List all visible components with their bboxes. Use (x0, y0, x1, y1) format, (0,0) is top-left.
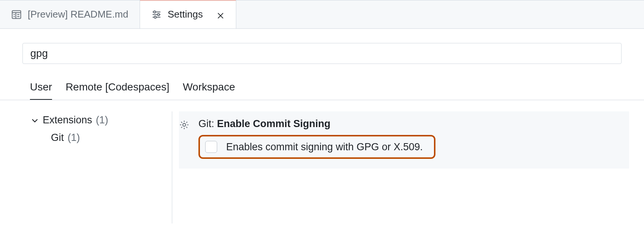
settings-content: Extensions (1) Git (1) Git: Enable Comm (0, 111, 644, 224)
tree-label: Extensions (43, 114, 92, 126)
setting-body: Git: Enable Commit Signing Enables commi… (198, 118, 622, 159)
enable-commit-signing-checkbox[interactable] (205, 141, 217, 153)
tab-bar: [Preview] README.md Settings (0, 0, 644, 29)
settings-list: Git: Enable Commit Signing Enables commi… (172, 111, 644, 224)
tree-item-extensions[interactable]: Extensions (1) (31, 111, 172, 129)
scope-tab-remote[interactable]: Remote [Codespaces] (66, 78, 169, 100)
preview-icon (11, 9, 22, 20)
setting-description: Enables commit signing with GPG or X.509… (226, 141, 423, 153)
tab-label: Settings (168, 9, 203, 20)
close-icon[interactable] (216, 10, 225, 19)
scope-tab-user[interactable]: User (30, 78, 52, 100)
setting-title-prefix: Git: (198, 118, 217, 129)
tree-count: (1) (96, 114, 108, 126)
svg-point-11 (157, 13, 160, 16)
setting-git-enable-commit-signing: Git: Enable Commit Signing Enables commi… (179, 111, 629, 169)
highlighted-setting-control: Enables commit signing with GPG or X.509… (198, 135, 435, 159)
tab-label: [Preview] README.md (28, 9, 128, 20)
settings-panel: User Remote [Codespaces] Workspace Exten… (0, 29, 644, 224)
tree-label: Git (51, 132, 64, 144)
tab-settings[interactable]: Settings (140, 0, 236, 28)
svg-point-10 (154, 11, 156, 13)
settings-search-input[interactable] (22, 43, 622, 64)
scope-tabs: User Remote [Codespaces] Workspace (0, 78, 644, 100)
setting-title-name: Enable Commit Signing (217, 118, 331, 129)
settings-tree: Extensions (1) Git (1) (0, 111, 172, 224)
tree-item-git[interactable]: Git (1) (31, 129, 172, 147)
gear-icon[interactable] (179, 120, 189, 130)
svg-rect-0 (12, 10, 21, 18)
chevron-down-icon (31, 116, 39, 124)
tab-readme[interactable]: [Preview] README.md (0, 0, 140, 28)
scope-tab-workspace[interactable]: Workspace (183, 78, 235, 100)
setting-title: Git: Enable Commit Signing (198, 118, 622, 130)
svg-point-12 (154, 16, 156, 18)
settings-tab-icon (151, 9, 162, 20)
svg-point-15 (183, 123, 186, 126)
tree-count: (1) (68, 132, 80, 144)
search-container (22, 43, 622, 64)
